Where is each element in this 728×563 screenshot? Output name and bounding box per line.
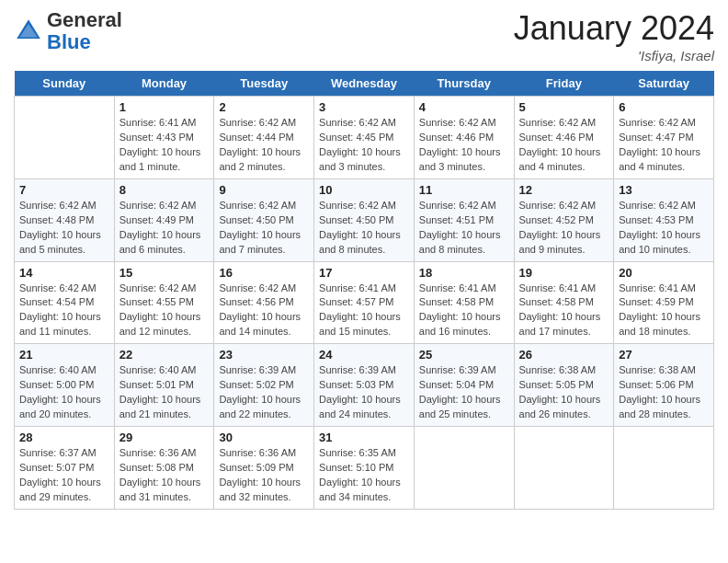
cell-info: Sunrise: 6:41 AMSunset: 4:43 PMDaylight:… xyxy=(119,116,210,175)
calendar-cell: 18Sunrise: 6:41 AMSunset: 4:58 PMDayligh… xyxy=(414,261,514,344)
calendar-cell: 29Sunrise: 6:36 AMSunset: 5:08 PMDayligh… xyxy=(114,427,214,510)
cell-info: Sunrise: 6:38 AMSunset: 5:05 PMDaylight:… xyxy=(519,363,609,422)
cell-info: Sunrise: 6:38 AMSunset: 5:06 PMDaylight:… xyxy=(619,363,709,422)
cell-info: Sunrise: 6:39 AMSunset: 5:03 PMDaylight:… xyxy=(319,363,409,422)
cell-info: Sunrise: 6:42 AMSunset: 4:48 PMDaylight:… xyxy=(19,199,109,258)
cell-info: Sunrise: 6:36 AMSunset: 5:09 PMDaylight:… xyxy=(219,446,309,505)
calendar-cell: 17Sunrise: 6:41 AMSunset: 4:57 PMDayligh… xyxy=(314,261,415,344)
calendar-cell: 27Sunrise: 6:38 AMSunset: 5:06 PMDayligh… xyxy=(614,344,714,427)
cell-info: Sunrise: 6:42 AMSunset: 4:47 PMDaylight:… xyxy=(619,116,709,175)
date-number: 8 xyxy=(119,183,210,197)
calendar-cell: 13Sunrise: 6:42 AMSunset: 4:53 PMDayligh… xyxy=(614,178,714,261)
calendar-cell: 23Sunrise: 6:39 AMSunset: 5:02 PMDayligh… xyxy=(214,344,314,427)
date-number: 15 xyxy=(119,266,210,280)
day-header-sunday: Sunday xyxy=(15,71,115,97)
date-number: 3 xyxy=(319,100,409,114)
week-row-5: 28Sunrise: 6:37 AMSunset: 5:07 PMDayligh… xyxy=(15,427,714,510)
calendar-cell: 2Sunrise: 6:42 AMSunset: 4:44 PMDaylight… xyxy=(214,97,314,179)
calendar-cell: 9Sunrise: 6:42 AMSunset: 4:50 PMDaylight… xyxy=(214,178,314,261)
cell-info: Sunrise: 6:42 AMSunset: 4:54 PMDaylight:… xyxy=(19,282,109,340)
date-number: 25 xyxy=(419,348,509,362)
date-number: 27 xyxy=(619,348,709,362)
cell-info: Sunrise: 6:35 AMSunset: 5:10 PMDaylight:… xyxy=(319,446,409,505)
logo: General Blue xyxy=(14,9,122,53)
date-number: 18 xyxy=(419,266,509,280)
cell-info: Sunrise: 6:42 AMSunset: 4:53 PMDaylight:… xyxy=(619,199,709,258)
cell-info: Sunrise: 6:42 AMSunset: 4:51 PMDaylight:… xyxy=(419,199,509,258)
calendar-cell: 24Sunrise: 6:39 AMSunset: 5:03 PMDayligh… xyxy=(314,344,415,427)
calendar-cell: 4Sunrise: 6:42 AMSunset: 4:46 PMDaylight… xyxy=(414,97,514,179)
cell-info: Sunrise: 6:42 AMSunset: 4:56 PMDaylight:… xyxy=(219,282,309,340)
date-number: 9 xyxy=(219,183,309,197)
calendar-cell: 6Sunrise: 6:42 AMSunset: 4:47 PMDaylight… xyxy=(614,97,714,179)
date-number: 24 xyxy=(319,348,409,362)
cell-info: Sunrise: 6:42 AMSunset: 4:50 PMDaylight:… xyxy=(219,199,309,258)
calendar-cell: 22Sunrise: 6:40 AMSunset: 5:01 PMDayligh… xyxy=(114,344,214,427)
cell-info: Sunrise: 6:42 AMSunset: 4:45 PMDaylight:… xyxy=(319,116,409,175)
cell-info: Sunrise: 6:42 AMSunset: 4:50 PMDaylight:… xyxy=(319,199,409,258)
week-row-1: 1Sunrise: 6:41 AMSunset: 4:43 PMDaylight… xyxy=(15,97,714,179)
day-header-monday: Monday xyxy=(114,71,214,97)
calendar-cell xyxy=(15,97,115,179)
calendar-table: SundayMondayTuesdayWednesdayThursdayFrid… xyxy=(14,71,714,510)
calendar-cell: 15Sunrise: 6:42 AMSunset: 4:55 PMDayligh… xyxy=(114,261,214,344)
date-number: 14 xyxy=(19,266,109,280)
cell-info: Sunrise: 6:41 AMSunset: 4:58 PMDaylight:… xyxy=(419,282,509,340)
date-number: 17 xyxy=(319,266,409,280)
calendar-cell: 8Sunrise: 6:42 AMSunset: 4:49 PMDaylight… xyxy=(114,178,214,261)
day-header-wednesday: Wednesday xyxy=(314,71,415,97)
date-number: 7 xyxy=(19,183,109,197)
date-number: 31 xyxy=(319,431,409,444)
header-row: SundayMondayTuesdayWednesdayThursdayFrid… xyxy=(15,71,714,97)
cell-info: Sunrise: 6:42 AMSunset: 4:49 PMDaylight:… xyxy=(119,199,210,258)
calendar-cell: 28Sunrise: 6:37 AMSunset: 5:07 PMDayligh… xyxy=(15,427,115,510)
week-row-3: 14Sunrise: 6:42 AMSunset: 4:54 PMDayligh… xyxy=(15,261,714,344)
calendar-cell: 20Sunrise: 6:41 AMSunset: 4:59 PMDayligh… xyxy=(614,261,714,344)
cell-info: Sunrise: 6:42 AMSunset: 4:46 PMDaylight:… xyxy=(419,116,509,175)
cell-info: Sunrise: 6:40 AMSunset: 5:01 PMDaylight:… xyxy=(119,363,210,422)
date-number: 26 xyxy=(519,348,609,362)
calendar-cell: 19Sunrise: 6:41 AMSunset: 4:58 PMDayligh… xyxy=(514,261,614,344)
day-header-tuesday: Tuesday xyxy=(214,71,314,97)
date-number: 28 xyxy=(19,431,109,444)
logo-general-text: General xyxy=(47,8,122,31)
title-block: January 2024 'Isfiya, Israel xyxy=(514,9,714,63)
date-number: 2 xyxy=(219,100,309,114)
date-number: 13 xyxy=(619,183,709,197)
cell-info: Sunrise: 6:40 AMSunset: 5:00 PMDaylight:… xyxy=(19,363,109,422)
date-number: 21 xyxy=(19,348,109,362)
cell-info: Sunrise: 6:39 AMSunset: 5:02 PMDaylight:… xyxy=(219,363,309,422)
logo-blue-text: Blue xyxy=(47,30,91,53)
calendar-cell: 30Sunrise: 6:36 AMSunset: 5:09 PMDayligh… xyxy=(214,427,314,510)
date-number: 20 xyxy=(619,266,709,280)
calendar-cell: 16Sunrise: 6:42 AMSunset: 4:56 PMDayligh… xyxy=(214,261,314,344)
calendar-cell xyxy=(514,427,614,510)
date-number: 5 xyxy=(519,100,609,114)
date-number: 30 xyxy=(219,431,309,444)
cell-info: Sunrise: 6:42 AMSunset: 4:46 PMDaylight:… xyxy=(519,116,609,175)
calendar-cell: 3Sunrise: 6:42 AMSunset: 4:45 PMDaylight… xyxy=(314,97,415,179)
day-header-friday: Friday xyxy=(514,71,614,97)
calendar-cell: 14Sunrise: 6:42 AMSunset: 4:54 PMDayligh… xyxy=(15,261,115,344)
date-number: 29 xyxy=(119,431,210,444)
cell-info: Sunrise: 6:42 AMSunset: 4:52 PMDaylight:… xyxy=(519,199,609,258)
cell-info: Sunrise: 6:41 AMSunset: 4:58 PMDaylight:… xyxy=(519,282,609,340)
calendar-cell: 21Sunrise: 6:40 AMSunset: 5:00 PMDayligh… xyxy=(15,344,115,427)
cell-info: Sunrise: 6:37 AMSunset: 5:07 PMDaylight:… xyxy=(19,446,109,505)
date-number: 10 xyxy=(319,183,409,197)
cell-info: Sunrise: 6:36 AMSunset: 5:08 PMDaylight:… xyxy=(119,446,210,505)
cell-info: Sunrise: 6:39 AMSunset: 5:04 PMDaylight:… xyxy=(419,363,509,422)
week-row-2: 7Sunrise: 6:42 AMSunset: 4:48 PMDaylight… xyxy=(15,178,714,261)
calendar-cell: 26Sunrise: 6:38 AMSunset: 5:05 PMDayligh… xyxy=(514,344,614,427)
date-number: 19 xyxy=(519,266,609,280)
location-text: 'Isfiya, Israel xyxy=(514,48,714,63)
month-title: January 2024 xyxy=(514,9,714,48)
calendar-cell: 5Sunrise: 6:42 AMSunset: 4:46 PMDaylight… xyxy=(514,97,614,179)
day-header-thursday: Thursday xyxy=(414,71,514,97)
cell-info: Sunrise: 6:42 AMSunset: 4:44 PMDaylight:… xyxy=(219,116,309,175)
cell-info: Sunrise: 6:41 AMSunset: 4:59 PMDaylight:… xyxy=(619,282,709,340)
cell-info: Sunrise: 6:41 AMSunset: 4:57 PMDaylight:… xyxy=(319,282,409,340)
date-number: 22 xyxy=(119,348,210,362)
date-number: 11 xyxy=(419,183,509,197)
calendar-cell: 25Sunrise: 6:39 AMSunset: 5:04 PMDayligh… xyxy=(414,344,514,427)
